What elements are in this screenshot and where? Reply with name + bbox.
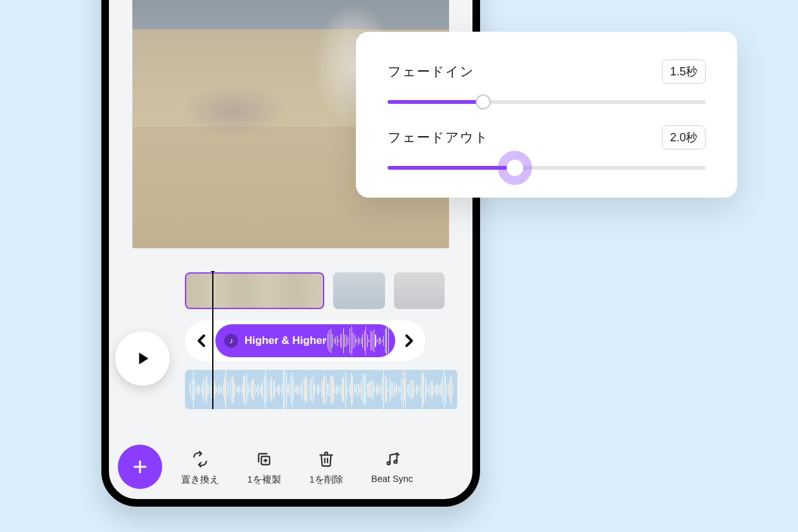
duplicate-icon	[256, 451, 272, 467]
fade-in-label: フェードイン	[388, 63, 474, 80]
duplicate-label: 1を複製	[247, 474, 281, 486]
replace-button[interactable]: 置き換え	[181, 451, 219, 486]
add-button[interactable]	[118, 445, 162, 489]
play-button[interactable]	[115, 331, 170, 386]
replace-icon	[192, 451, 208, 467]
audio-clip[interactable]: ♪ Higher & Higher	[215, 324, 395, 357]
svg-point-7	[387, 462, 390, 464]
delete-label: 1を削除	[309, 474, 343, 486]
fade-out-control: フェードアウト 2.0秒	[388, 125, 706, 170]
beat-sync-label: Beat Sync	[371, 474, 413, 484]
bottom-toolbar: 置き換え 1を複製 1を削除	[118, 445, 472, 489]
delete-button[interactable]: 1を削除	[309, 451, 343, 486]
duplicate-button[interactable]: 1を複製	[247, 451, 281, 486]
trash-icon	[318, 451, 334, 467]
svg-point-8	[394, 460, 396, 463]
fade-out-slider[interactable]	[388, 166, 706, 170]
fade-out-value[interactable]: 2.0秒	[662, 125, 706, 149]
video-clip-selected[interactable]	[185, 272, 324, 309]
audio-track-row: ♪ Higher & Higher	[185, 320, 426, 361]
video-clips-row	[185, 271, 472, 310]
video-clip[interactable]	[333, 272, 385, 309]
video-clip[interactable]	[394, 272, 445, 309]
replace-label: 置き換え	[181, 474, 219, 486]
fade-in-slider[interactable]	[388, 100, 706, 104]
slider-thumb[interactable]	[476, 94, 491, 110]
audio-clip-title: Higher & Higher	[244, 334, 326, 347]
fade-in-value[interactable]: 1.5秒	[662, 60, 706, 84]
music-note-icon: ♪	[224, 334, 238, 348]
fade-in-control: フェードイン 1.5秒	[388, 60, 706, 104]
beat-sync-button[interactable]: Beat Sync	[371, 451, 413, 484]
beat-sync-icon	[384, 451, 400, 467]
waveform-track[interactable]	[185, 370, 457, 409]
timeline: ♪ Higher & Higher	[109, 271, 472, 409]
waveform-mini	[326, 328, 389, 353]
playhead[interactable]	[212, 271, 213, 409]
fade-settings-popover: フェードイン 1.5秒 フェードアウト 2.0秒	[356, 32, 737, 198]
chevron-left-icon[interactable]	[191, 331, 212, 351]
slider-thumb[interactable]	[507, 160, 523, 176]
chevron-right-icon[interactable]	[399, 331, 419, 351]
fade-out-label: フェードアウト	[388, 129, 489, 146]
